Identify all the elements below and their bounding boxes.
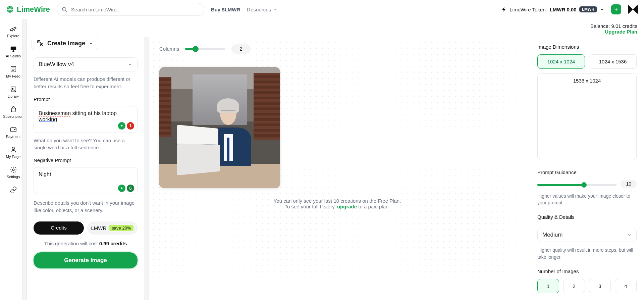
nav-ai-studio[interactable]: AI Studio <box>0 45 26 58</box>
svg-point-7 <box>12 147 14 150</box>
dimensions-title: Image Dimensions <box>537 44 637 50</box>
resources-label: Resources <box>247 7 271 12</box>
monitor-icon <box>10 45 17 53</box>
dim-1024x1536[interactable]: 1024 x 1536 <box>589 54 637 69</box>
lmwr-pill[interactable]: LMWR save 20% <box>87 221 138 235</box>
cost-text: This generation will cost 0.99 credits <box>34 241 138 246</box>
free-line2a: To see your full history, <box>284 204 337 209</box>
buy-lmwr-link[interactable]: Buy $LMWR <box>211 7 240 12</box>
nav-library[interactable]: Library <box>0 86 26 98</box>
grammarly-icon[interactable]: G <box>127 185 134 192</box>
num-3[interactable]: 3 <box>589 279 611 293</box>
svg-point-8 <box>12 169 14 171</box>
chevron-down-icon <box>89 41 93 46</box>
grammarly-icon[interactable]: ✦ <box>118 122 125 130</box>
quality-value: Medium <box>542 232 562 238</box>
sidebar-nav: Explore AI Studio My Feed Library Subscr… <box>0 19 27 300</box>
svg-rect-2 <box>10 47 16 50</box>
token-label: LimeWire Token: <box>509 7 547 12</box>
nav-explore[interactable]: Explore <box>0 25 26 38</box>
nav-my-feed[interactable]: My Feed <box>0 65 26 78</box>
error-count-badge[interactable]: 1 <box>127 122 134 130</box>
credits-pill[interactable]: Credits <box>34 221 84 235</box>
nav-label: Payment <box>6 135 20 139</box>
free-line1: You can only see your last 10 creations … <box>155 198 520 204</box>
nav-link[interactable] <box>0 186 26 194</box>
avatar[interactable] <box>628 4 638 14</box>
telescope-icon <box>10 25 17 33</box>
search-wrap <box>57 3 204 16</box>
prompt-guidance-value: 10 <box>621 180 637 188</box>
settings-panel: Image Dimensions 1024 x 1024 1024 x 1536… <box>530 37 644 300</box>
logo[interactable]: LimeWire <box>6 5 50 14</box>
feed-icon <box>10 65 17 73</box>
nav-label: Subscription <box>3 114 23 118</box>
generated-image[interactable] <box>159 67 280 188</box>
num-2[interactable]: 2 <box>563 279 585 293</box>
create-label: Create Image <box>47 40 85 47</box>
cost-pre: This generation will cost <box>44 241 99 246</box>
nav-label: Settings <box>7 175 20 179</box>
prompt-label: Prompt <box>34 96 138 102</box>
generate-button[interactable]: Generate Image <box>34 252 138 268</box>
nav-label: AI Studio <box>6 54 21 58</box>
model-select[interactable]: BlueWillow v4 <box>34 57 138 71</box>
columns-label: Columns <box>159 46 179 52</box>
options-panel: Create Image BlueWillow v4 Different AI … <box>27 37 144 300</box>
bolt-icon <box>501 7 507 12</box>
lime-icon <box>6 5 14 13</box>
add-button[interactable]: + <box>611 4 621 14</box>
chevron-down-icon <box>627 233 632 237</box>
num-images-title: Number of Images <box>537 268 637 274</box>
upgrade-link[interactable]: upgrade <box>337 204 357 209</box>
nav-label: My Feed <box>6 74 20 78</box>
brand-name: LimeWire <box>17 5 50 14</box>
balance-area: Balance: 9.01 credits Upgrade Plan <box>27 19 644 37</box>
header: LimeWire Buy $LMWR Resources LimeWire To… <box>0 0 644 19</box>
nav-subscription[interactable]: Subscription <box>0 106 26 118</box>
quality-title: Quality & Details <box>537 214 637 220</box>
neg-label: Negative Prompt <box>34 157 138 163</box>
canvas-area: Columns 2 You can only see your last 10 <box>144 37 530 300</box>
chevron-down-icon <box>600 7 604 12</box>
token-badge: LMWR <box>579 6 597 12</box>
free-plan-notice: You can only see your last 10 creations … <box>155 198 520 209</box>
grammarly-icon[interactable]: ✦ <box>118 185 125 192</box>
prompt-help: What do you want to see? You can use a s… <box>34 137 138 152</box>
panel-scrollbar[interactable] <box>144 37 149 300</box>
lmwr-label: LMWR <box>91 225 107 231</box>
neg-help: Describe details you don't want in your … <box>34 199 138 214</box>
nav-label: My Page <box>6 155 20 159</box>
token-balance[interactable]: LimeWire Token: LMWR 0.00 LMWR <box>501 6 604 12</box>
nav-payment[interactable]: Payment <box>0 126 26 139</box>
num-1[interactable]: 1 <box>537 279 559 293</box>
gear-icon <box>10 166 17 173</box>
cost-value: 0.99 credits <box>99 241 127 246</box>
search-icon <box>61 6 67 12</box>
svg-point-1 <box>62 7 66 11</box>
search-input[interactable] <box>57 3 204 16</box>
library-icon <box>10 86 17 93</box>
nav-settings[interactable]: Settings <box>0 166 26 179</box>
nav-label: Explore <box>7 34 19 38</box>
wallet-icon <box>10 126 17 133</box>
upgrade-plan-link[interactable]: Upgrade Plan <box>34 29 637 35</box>
save-badge: save 20% <box>109 225 133 231</box>
create-mode-dropdown[interactable]: Create Image <box>32 37 98 50</box>
prompt-guidance-slider[interactable] <box>537 184 616 186</box>
link-icon <box>10 186 17 194</box>
model-value: BlueWillow v4 <box>39 61 74 68</box>
token-value: LMWR 0.00 <box>550 7 577 12</box>
num-4[interactable]: 4 <box>615 279 637 293</box>
nav-my-page[interactable]: My Page <box>0 146 26 159</box>
quality-help: Higher quality will result in more steps… <box>537 247 637 260</box>
dim-1536x1024[interactable]: 1536 x 1024 <box>537 73 637 160</box>
quality-select[interactable]: Medium <box>537 228 637 242</box>
columns-slider[interactable] <box>185 48 225 50</box>
pg-help: Higher values will make your image close… <box>537 193 637 206</box>
nav-label: Library <box>8 94 19 98</box>
resources-menu[interactable]: Resources <box>247 7 278 12</box>
columns-value: 2 <box>231 44 250 54</box>
dim-1024x1024[interactable]: 1024 x 1024 <box>537 54 585 69</box>
prompt-guidance-title: Prompt Guidance <box>537 169 637 175</box>
